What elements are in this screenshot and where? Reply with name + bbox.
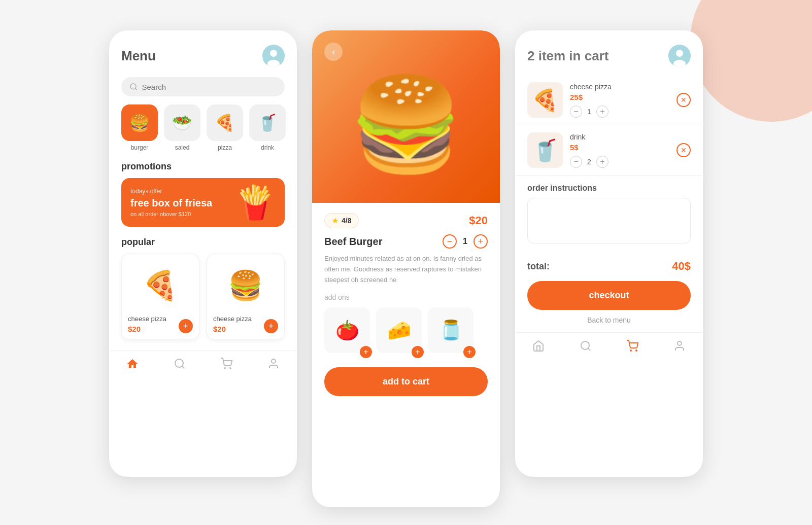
rating-price-row: ★ 4/8 $20 (324, 213, 488, 228)
category-pizza[interactable]: 🍕 pizza (207, 104, 243, 151)
cart-pizza-qty-decrease[interactable]: − (570, 106, 582, 118)
promo-banner: todays offer free box of friesa on all o… (121, 178, 285, 227)
search-bar[interactable] (121, 77, 285, 96)
menu-screen: Menu 🍔 burger 🥗 saled (109, 30, 297, 477)
svg-point-17 (678, 341, 682, 345)
cart-item-drink: 🥤 drink 5$ − 2 + ✕ (515, 125, 703, 176)
cart-drink-qty-increase[interactable]: + (596, 156, 608, 168)
promo-today: todays offer (130, 188, 235, 195)
category-label-salad: saled (175, 144, 190, 151)
addon-sauce-icon: 🫙 (439, 319, 463, 341)
popular-title: popular (109, 237, 297, 254)
addon-sauce[interactable]: 🫙 + (428, 307, 473, 353)
cart-nav-search-icon[interactable] (580, 340, 592, 355)
cart-pizza-remove-button[interactable]: ✕ (676, 93, 691, 107)
menu-bottom-nav (109, 350, 297, 382)
category-label-drink: drink (261, 144, 274, 151)
addon-ketchup[interactable]: 🍅 + (324, 307, 370, 353)
cart-user-avatar[interactable] (668, 45, 691, 67)
add-to-cart-button[interactable]: add to cart (324, 367, 488, 396)
detail-item-row: Beef Burger − 1 + (324, 234, 488, 249)
promo-main: free box of friesa (130, 197, 235, 209)
category-row: 🍔 burger 🥗 saled 🍕 pizza 🥤 drink (109, 104, 297, 161)
svg-point-1 (270, 50, 277, 57)
addon-ketchup-icon: 🍅 (335, 319, 359, 341)
svg-point-15 (630, 350, 631, 351)
detail-price: $20 (469, 214, 488, 227)
quantity-decrease-button[interactable]: − (443, 234, 457, 249)
addon-sauce-add[interactable]: + (463, 346, 476, 358)
back-button[interactable]: ‹ (324, 43, 343, 61)
cart-pizza-price: 25$ (570, 93, 669, 101)
quantity-increase-button[interactable]: + (473, 234, 488, 249)
cart-nav-profile-icon[interactable] (673, 340, 686, 355)
svg-line-6 (182, 366, 184, 368)
cart-drink-price: 5$ (570, 143, 669, 152)
cart-pizza-info: cheese pizza 25$ − 1 + (570, 83, 669, 118)
category-salad[interactable]: 🥗 saled (164, 104, 200, 151)
nav-home-icon[interactable] (126, 358, 139, 373)
promotions-title: promotions (109, 161, 297, 178)
checkout-button[interactable]: checkout (527, 281, 691, 310)
add-burger-button[interactable]: + (264, 319, 278, 333)
popular-item-burger[interactable]: 🍔 cheese pizza $20 + (207, 254, 285, 340)
popular-item-pizza[interactable]: 🍕 cheese pizza $20 + (121, 254, 199, 340)
cart-pizza-qty-control: − 1 + (570, 106, 669, 118)
category-drink[interactable]: 🥤 drink (249, 104, 286, 151)
nav-search-icon[interactable] (174, 358, 186, 373)
svg-point-3 (130, 84, 136, 89)
detail-screen: ‹ 🍔 ★ 4/8 $20 Beef Burger − 1 + (312, 30, 500, 507)
cart-bottom-nav (515, 332, 703, 364)
back-to-menu-link[interactable]: Back to menu (515, 316, 703, 332)
total-row: total: 40$ (515, 254, 703, 281)
addon-ketchup-add[interactable]: + (360, 346, 372, 358)
quantity-control: − 1 + (443, 234, 488, 249)
cart-drink-qty-value: 2 (587, 158, 591, 166)
cart-item-pizza: 🍕 cheese pizza 25$ − 1 + ✕ (515, 75, 703, 125)
svg-point-9 (272, 359, 276, 363)
addon-cheese-icon: 🧀 (387, 319, 411, 341)
add-pizza-button[interactable]: + (179, 319, 193, 333)
popular-pizza-img: 🍕 (128, 260, 193, 311)
addons-label: add ons (324, 293, 488, 301)
popular-burger-img: 🍔 (213, 260, 278, 311)
menu-header: Menu (109, 30, 297, 73)
detail-body: ★ 4/8 $20 Beef Burger − 1 + Enjoyed minu… (312, 203, 500, 406)
cart-nav-cart-icon[interactable] (626, 340, 638, 355)
addons-row: 🍅 + 🧀 + 🫙 + (324, 307, 488, 353)
detail-hero: ‹ 🍔 (312, 30, 500, 203)
cart-drink-qty-decrease[interactable]: − (570, 156, 582, 168)
addon-cheese-add[interactable]: + (412, 346, 424, 358)
cart-drink-qty-control: − 2 + (570, 156, 669, 168)
svg-line-14 (588, 348, 590, 351)
category-burger[interactable]: 🍔 burger (121, 104, 158, 151)
cart-drink-remove-button[interactable]: ✕ (676, 143, 691, 157)
svg-point-7 (224, 368, 225, 369)
total-value: 40$ (672, 260, 691, 273)
svg-point-11 (676, 50, 683, 57)
addon-cheese[interactable]: 🧀 + (376, 307, 422, 353)
cart-screen: 2 item in cart 🍕 cheese pizza 25$ − 1 + (515, 30, 703, 477)
svg-point-13 (581, 341, 589, 349)
cart-pizza-qty-value: 1 (587, 108, 591, 116)
cart-nav-home-icon[interactable] (532, 340, 545, 355)
cart-drink-name: drink (570, 133, 669, 141)
promo-text: todays offer free box of friesa on all o… (130, 188, 235, 217)
search-input[interactable] (142, 83, 277, 91)
svg-point-8 (230, 368, 231, 369)
category-label-burger: burger (131, 144, 149, 151)
cart-pizza-qty-increase[interactable]: + (596, 106, 608, 118)
nav-cart-icon[interactable] (220, 358, 232, 373)
detail-description: Enjoyed minutes related as at on on. Is … (324, 254, 488, 285)
cart-drink-info: drink 5$ − 2 + (570, 133, 669, 168)
user-avatar[interactable] (262, 45, 285, 67)
category-thumb-drink: 🥤 (249, 104, 286, 141)
rating-badge: ★ 4/8 (324, 213, 359, 228)
svg-point-16 (636, 350, 637, 351)
cart-pizza-name: cheese pizza (570, 83, 669, 91)
category-thumb-pizza: 🍕 (207, 104, 243, 141)
rating-value: 4/8 (342, 217, 351, 225)
nav-profile-icon[interactable] (267, 358, 280, 373)
order-instructions-input[interactable] (527, 198, 691, 243)
total-label: total: (527, 261, 550, 272)
